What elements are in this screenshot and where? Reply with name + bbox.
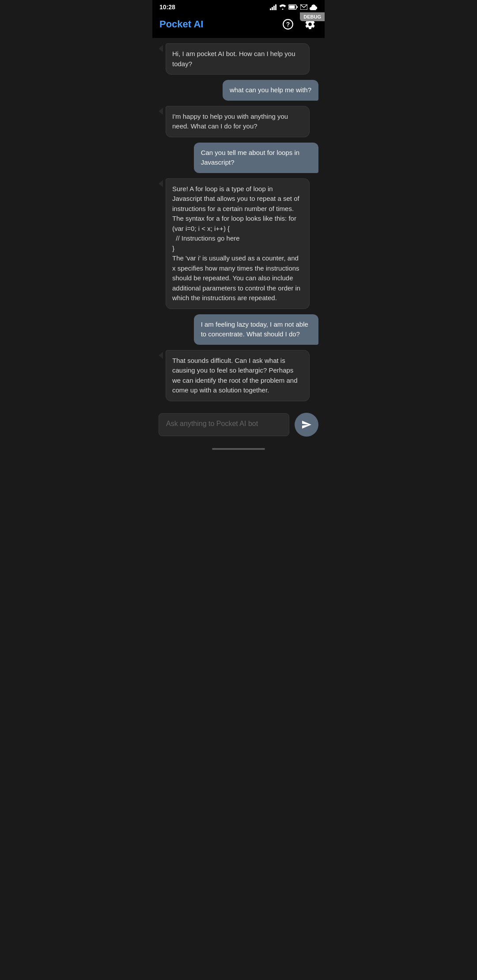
input-area [152, 407, 325, 445]
svg-rect-5 [289, 6, 295, 9]
svg-rect-3 [275, 4, 276, 10]
bot-message-bubble: That sounds difficult. Can I ask what is… [166, 350, 310, 401]
bot-message-text: I'm happy to help you with anything you … [172, 113, 288, 130]
top-bar: Pocket AI ? DEBUG [152, 12, 325, 38]
bot-message-text: Hi, I am pocket AI bot. How can I help y… [172, 50, 295, 68]
svg-rect-0 [270, 8, 271, 10]
user-message-text: what can you help me with? [230, 86, 311, 94]
list-item: I'm happy to help you with anything you … [159, 106, 318, 137]
chat-input[interactable] [159, 413, 289, 436]
app-title: Pocket AI [159, 19, 280, 30]
bot-avatar-indicator [159, 108, 163, 121]
list-item: Hi, I am pocket AI bot. How can I help y… [159, 43, 318, 75]
list-item: what can you help me with? [159, 80, 318, 101]
bot-message-bubble: Hi, I am pocket AI bot. How can I help y… [166, 43, 310, 75]
bot-avatar-indicator [159, 180, 163, 193]
send-icon [301, 419, 312, 430]
svg-text:?: ? [286, 21, 290, 28]
list-item: That sounds difficult. Can I ask what is… [159, 350, 318, 401]
user-message-bubble: Can you tell me about for loops in Javas… [194, 143, 318, 173]
bot-message-text: Sure! A for loop is a type of loop in Ja… [172, 185, 302, 302]
wifi-icon [279, 4, 286, 10]
chat-area: Hi, I am pocket AI bot. How can I help y… [152, 38, 325, 407]
bot-avatar-indicator [159, 352, 163, 365]
svg-rect-2 [273, 6, 275, 10]
status-time: 10:28 [159, 4, 175, 11]
mail-icon [300, 4, 307, 10]
debug-badge: DEBUG [300, 12, 325, 21]
help-button[interactable]: ? [280, 17, 295, 32]
cloud-icon [310, 4, 318, 10]
list-item: Sure! A for loop is a type of loop in Ja… [159, 178, 318, 309]
bot-avatar-indicator [159, 45, 163, 58]
home-indicator [212, 448, 265, 450]
bot-message-bubble: Sure! A for loop is a type of loop in Ja… [166, 178, 310, 309]
signal-icon [270, 4, 277, 10]
user-message-bubble: I am feeling lazy today, I am not able t… [194, 314, 318, 345]
status-bar: 10:28 [152, 0, 325, 12]
battery-icon [288, 4, 298, 10]
bot-message-bubble: I'm happy to help you with anything you … [166, 106, 310, 137]
svg-rect-1 [272, 7, 273, 10]
user-message-bubble: what can you help me with? [223, 80, 318, 101]
bot-message-text: That sounds difficult. Can I ask what is… [172, 357, 298, 394]
user-message-text: I am feeling lazy today, I am not able t… [201, 320, 308, 338]
status-icons [270, 4, 318, 10]
bottom-indicator [152, 445, 325, 454]
svg-rect-6 [297, 6, 298, 8]
list-item: Can you tell me about for loops in Javas… [159, 143, 318, 173]
list-item: I am feeling lazy today, I am not able t… [159, 314, 318, 345]
send-button[interactable] [295, 413, 318, 437]
user-message-text: Can you tell me about for loops in Javas… [201, 149, 299, 166]
help-icon: ? [282, 19, 294, 30]
